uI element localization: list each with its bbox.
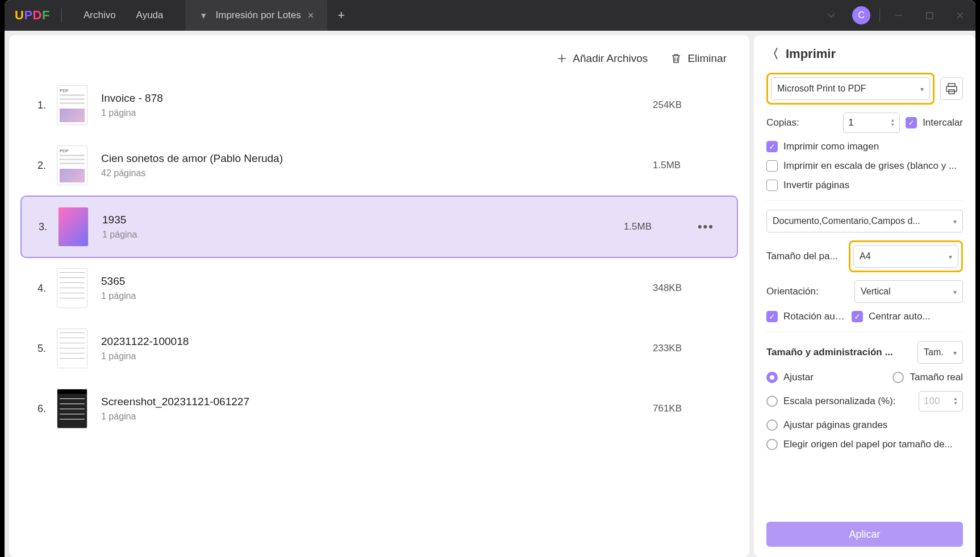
copies-input[interactable]: 1▲▼	[843, 113, 900, 133]
row-number: 3.	[39, 221, 58, 233]
row-number: 2.	[37, 160, 57, 172]
custom-scale-input[interactable]: 100▲▼	[919, 391, 963, 411]
file-row[interactable]: 2.PDFCien sonetos de amor (Pablo Neruda)…	[20, 135, 738, 196]
size-mgmt-select[interactable]: Tam.	[918, 341, 963, 364]
svg-rect-0	[927, 13, 933, 19]
file-meta: 1 página	[102, 230, 624, 240]
svg-rect-2	[946, 86, 957, 92]
custom-scale-radio[interactable]	[766, 396, 778, 407]
file-list-panel: Añadir Archivos Eliminar 1.PDFInvoice - …	[9, 35, 749, 557]
close-window-button[interactable]	[945, 0, 975, 31]
file-meta: 42 páginas	[101, 168, 653, 178]
print-as-image-checkbox[interactable]	[766, 141, 778, 152]
file-meta: 1 página	[101, 411, 653, 422]
add-files-button[interactable]: Añadir Archivos	[557, 52, 648, 65]
printer-select[interactable]: Microsoft Print to PDF	[771, 77, 930, 100]
size-mgmt-label: Tamaño y administración ...	[766, 347, 912, 358]
row-number: 6.	[37, 403, 57, 415]
delete-button[interactable]: Eliminar	[670, 52, 727, 65]
paper-size-select[interactable]: A4	[853, 245, 958, 268]
menu-ayuda[interactable]: Ayuda	[126, 10, 174, 21]
more-options-button[interactable]: •••	[692, 219, 720, 234]
apply-button[interactable]: Aplicar	[766, 522, 963, 547]
grayscale-checkbox[interactable]	[766, 160, 778, 172]
plus-icon	[557, 53, 567, 64]
print-content-select[interactable]: Documento,Comentario,Campos d...	[766, 210, 963, 232]
collate-checkbox[interactable]	[906, 117, 917, 128]
file-name: 1935	[102, 214, 624, 226]
fit-radio[interactable]	[766, 372, 778, 383]
orientation-label: Orientación:	[766, 286, 849, 297]
user-avatar[interactable]: C	[852, 6, 870, 24]
chevron-down-icon[interactable]: ▾	[199, 10, 209, 20]
file-size: 348KB	[653, 282, 721, 294]
file-name: Invoice - 878	[101, 92, 653, 105]
file-name: Screenshot_20231121-061227	[101, 396, 653, 408]
file-name: 5365	[101, 275, 653, 288]
menu-archivo[interactable]: Archivo	[73, 10, 126, 21]
paper-size-label: Tamaño del pa...	[766, 251, 843, 262]
back-chevron-icon[interactable]: 〈	[766, 45, 779, 63]
file-meta: 1 página	[101, 291, 653, 301]
file-list[interactable]: 1.PDFInvoice - 8781 página254KB2.PDFCien…	[9, 75, 749, 557]
file-row[interactable]: 6.Screenshot_20231121-0612271 página761K…	[20, 379, 738, 439]
titlebar: UPDF Archivo Ayuda ▾ Impresión por Lotes…	[5, 0, 975, 31]
trash-icon	[670, 53, 682, 64]
fit-large-radio[interactable]	[766, 419, 778, 431]
orientation-select[interactable]: Vertical	[854, 280, 963, 303]
panel-title: Imprimir	[786, 47, 836, 61]
file-size: 1.5MB	[653, 160, 721, 171]
row-number: 1.	[37, 99, 57, 111]
file-size: 233KB	[653, 343, 721, 354]
auto-rotate-checkbox[interactable]	[766, 311, 778, 322]
row-number: 5.	[37, 343, 57, 355]
app-window: UPDF Archivo Ayuda ▾ Impresión por Lotes…	[5, 0, 975, 557]
paper-source-radio[interactable]	[766, 439, 778, 450]
tab-title: Impresión por Lotes	[216, 10, 301, 21]
actual-size-radio[interactable]	[893, 372, 904, 383]
chevron-down-icon[interactable]	[816, 0, 846, 31]
file-size: 1.5MB	[624, 221, 692, 232]
tab-batch-print[interactable]: ▾ Impresión por Lotes ×	[185, 0, 328, 31]
file-name: 20231122-100018	[101, 335, 653, 348]
close-tab-icon[interactable]: ×	[308, 10, 314, 22]
printer-icon	[945, 82, 958, 95]
file-meta: 1 página	[101, 108, 653, 118]
collate-label: Intercalar	[923, 117, 963, 128]
file-row[interactable]: 5.20231122-1000181 página233KB	[20, 318, 738, 379]
row-number: 4.	[37, 282, 57, 294]
print-settings-panel: 〈 Imprimir Microsoft Print to PDF Copias…	[754, 35, 975, 557]
file-name: Cien sonetos de amor (Pablo Neruda)	[101, 152, 653, 165]
copies-label: Copias:	[766, 117, 837, 128]
maximize-button[interactable]	[914, 0, 945, 31]
file-size: 254KB	[653, 99, 721, 111]
file-meta: 1 página	[101, 351, 653, 361]
file-row[interactable]: 1.PDFInvoice - 8781 página254KB	[20, 75, 738, 135]
printer-settings-button[interactable]	[940, 77, 963, 100]
auto-center-checkbox[interactable]	[852, 311, 863, 322]
new-tab-button[interactable]: +	[337, 8, 345, 23]
minimize-button[interactable]	[883, 0, 914, 31]
reverse-pages-checkbox[interactable]	[766, 180, 778, 191]
file-row[interactable]: 4.53651 página348KB	[20, 258, 738, 318]
file-row[interactable]: 3.19351 página1.5MB•••	[20, 196, 738, 258]
app-logo: UPDF	[15, 8, 50, 23]
file-size: 761KB	[653, 403, 721, 414]
